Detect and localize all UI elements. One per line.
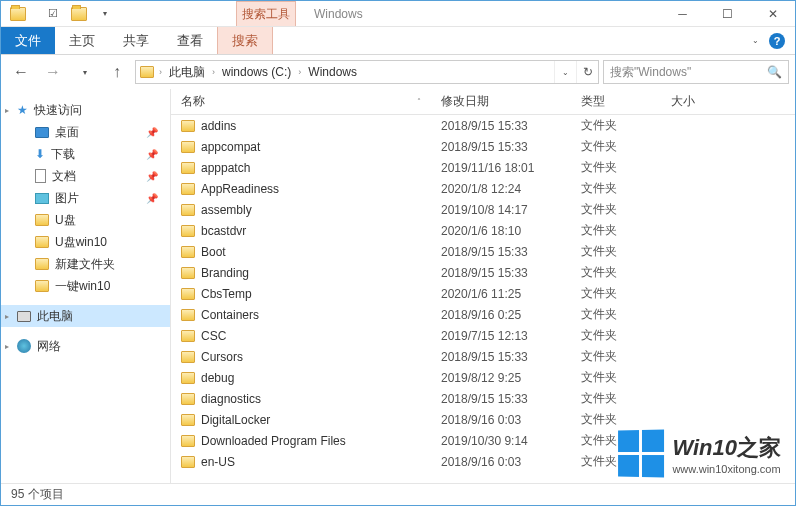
nav-this-pc[interactable]: ▸ 此电脑 — [1, 305, 170, 327]
tab-share[interactable]: 共享 — [109, 27, 163, 54]
column-header-name[interactable]: 名称 ˄ — [171, 93, 431, 110]
sidebar-item[interactable]: ⬇下载📌 — [1, 143, 170, 165]
table-row[interactable]: Containers2018/9/16 0:25文件夹 — [171, 304, 795, 325]
breadcrumb-seg[interactable]: windows (C:) — [220, 65, 293, 79]
cell-name: apppatch — [171, 161, 431, 175]
qat-customize[interactable]: ▾ — [94, 3, 116, 25]
table-row[interactable]: diagnostics2018/9/15 15:33文件夹 — [171, 388, 795, 409]
nav-forward-button[interactable]: → — [39, 59, 67, 85]
explorer-window: ☑ ▾ 搜索工具 Windows ─ ☐ ✕ 文件 主页 共享 查看 搜索 ⌄ … — [0, 0, 796, 506]
minimize-button[interactable]: ─ — [660, 1, 705, 27]
folder-icon — [181, 246, 195, 258]
qat-properties[interactable]: ☑ — [42, 3, 64, 25]
table-row[interactable]: CbsTemp2020/1/6 11:25文件夹 — [171, 283, 795, 304]
chevron-right-icon[interactable]: › — [295, 67, 304, 77]
tab-file[interactable]: 文件 — [1, 27, 55, 54]
cell-type: 文件夹 — [571, 138, 661, 155]
file-name: DigitalLocker — [201, 413, 270, 427]
sidebar-item[interactable]: 新建文件夹 — [1, 253, 170, 275]
search-icon: 🔍 — [767, 65, 788, 79]
cell-date: 2019/11/16 18:01 — [431, 161, 571, 175]
chevron-right-icon[interactable]: › — [209, 67, 218, 77]
address-dropdown-button[interactable]: ⌄ — [554, 61, 576, 83]
file-name: CbsTemp — [201, 287, 252, 301]
tab-view[interactable]: 查看 — [163, 27, 217, 54]
column-header-date[interactable]: 修改日期 — [431, 93, 571, 110]
file-name: AppReadiness — [201, 182, 279, 196]
sidebar-item[interactable]: 图片📌 — [1, 187, 170, 209]
nav-recent-button[interactable]: ▾ — [71, 59, 99, 85]
column-header-row: 名称 ˄ 修改日期 类型 大小 — [171, 89, 795, 115]
network-icon — [17, 339, 31, 353]
table-row[interactable]: assembly2019/10/8 14:17文件夹 — [171, 199, 795, 220]
sidebar-item[interactable]: U盘win10 — [1, 231, 170, 253]
table-row[interactable]: Downloaded Program Files2019/10/30 9:14文… — [171, 430, 795, 451]
pc-icon — [17, 311, 31, 322]
table-row[interactable]: AppReadiness2020/1/8 12:24文件夹 — [171, 178, 795, 199]
table-row[interactable]: CSC2019/7/15 12:13文件夹 — [171, 325, 795, 346]
address-bar[interactable]: › 此电脑 › windows (C:) › Windows ⌄ ↻ — [135, 60, 599, 84]
cell-type: 文件夹 — [571, 327, 661, 344]
maximize-button[interactable]: ☐ — [705, 1, 750, 27]
pin-icon: 📌 — [146, 149, 158, 160]
breadcrumb-seg[interactable]: Windows — [306, 65, 359, 79]
nav-up-button[interactable]: ↑ — [103, 59, 131, 85]
chevron-down-icon: ▾ — [83, 68, 87, 77]
sidebar-item[interactable]: 一键win10 — [1, 275, 170, 297]
tab-search[interactable]: 搜索 — [217, 27, 273, 54]
cell-type: 文件夹 — [571, 222, 661, 239]
cell-name: AppReadiness — [171, 182, 431, 196]
checkbox-icon: ☑ — [48, 7, 58, 20]
table-row[interactable]: Branding2018/9/15 15:33文件夹 — [171, 262, 795, 283]
nav-label: 此电脑 — [37, 308, 73, 325]
breadcrumb-seg[interactable]: 此电脑 — [167, 64, 207, 81]
search-input[interactable]: 搜索"Windows" 🔍 — [603, 60, 789, 84]
cell-type: 文件夹 — [571, 348, 661, 365]
refresh-button[interactable]: ↻ — [576, 61, 598, 83]
cell-name: appcompat — [171, 140, 431, 154]
column-header-type[interactable]: 类型 — [571, 93, 661, 110]
folder-icon — [181, 330, 195, 342]
table-row[interactable]: addins2018/9/15 15:33文件夹 — [171, 115, 795, 136]
body: ▸ ★ 快速访问 桌面📌⬇下载📌文档📌图片📌U盘U盘win10新建文件夹一键wi… — [1, 89, 795, 483]
table-row[interactable]: appcompat2018/9/15 15:33文件夹 — [171, 136, 795, 157]
picture-icon — [35, 193, 49, 204]
col-label: 类型 — [581, 93, 605, 110]
folder-icon — [181, 414, 195, 426]
sidebar-item[interactable]: U盘 — [1, 209, 170, 231]
cell-name: CSC — [171, 329, 431, 343]
sidebar-item-label: 下载 — [51, 146, 75, 163]
sidebar-item-label: 文档 — [52, 168, 76, 185]
pin-icon: 📌 — [146, 127, 158, 138]
table-row[interactable]: debug2019/8/12 9:25文件夹 — [171, 367, 795, 388]
nav-back-button[interactable]: ← — [7, 59, 35, 85]
column-header-size[interactable]: 大小 — [661, 93, 751, 110]
tab-home[interactable]: 主页 — [55, 27, 109, 54]
folder-icon — [181, 120, 195, 132]
ribbon-collapse-icon[interactable]: ⌄ — [752, 36, 759, 45]
chevron-right-icon[interactable]: › — [156, 67, 165, 77]
table-row[interactable]: bcastdvr2020/1/6 18:10文件夹 — [171, 220, 795, 241]
table-row[interactable]: apppatch2019/11/16 18:01文件夹 — [171, 157, 795, 178]
sidebar-item-label: 一键win10 — [55, 278, 110, 295]
table-row[interactable]: Boot2018/9/15 15:33文件夹 — [171, 241, 795, 262]
sidebar-item[interactable]: 文档📌 — [1, 165, 170, 187]
expand-icon[interactable]: ▸ — [5, 312, 9, 321]
expand-icon[interactable]: ▸ — [5, 106, 9, 115]
expand-icon[interactable]: ▸ — [5, 342, 9, 351]
table-row[interactable]: Cursors2018/9/15 15:33文件夹 — [171, 346, 795, 367]
app-icon[interactable] — [7, 3, 29, 25]
cell-name: debug — [171, 371, 431, 385]
help-icon[interactable]: ? — [769, 33, 785, 49]
file-name: Cursors — [201, 350, 243, 364]
cell-name: assembly — [171, 203, 431, 217]
sidebar-item[interactable]: 桌面📌 — [1, 121, 170, 143]
qat-new-folder[interactable] — [68, 3, 90, 25]
nav-quick-access[interactable]: ▸ ★ 快速访问 — [1, 99, 170, 121]
table-row[interactable]: DigitalLocker2018/9/16 0:03文件夹 — [171, 409, 795, 430]
folder-icon — [35, 258, 49, 270]
file-name: en-US — [201, 455, 235, 469]
close-button[interactable]: ✕ — [750, 1, 795, 27]
table-row[interactable]: en-US2018/9/16 0:03文件夹 — [171, 451, 795, 472]
nav-network[interactable]: ▸ 网络 — [1, 335, 170, 357]
